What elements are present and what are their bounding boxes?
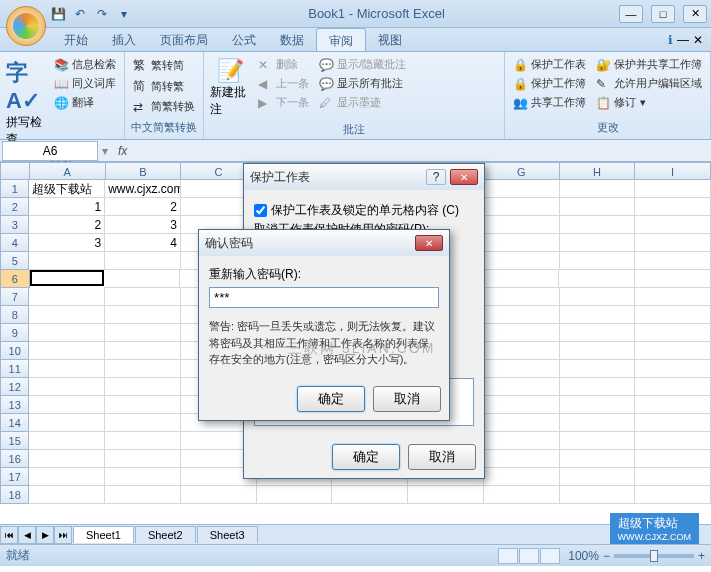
help-icon[interactable]: ℹ [668, 33, 673, 47]
row-header[interactable]: 11 [0, 360, 29, 378]
cell[interactable]: 2 [105, 198, 181, 216]
tab-home[interactable]: 开始 [52, 28, 100, 51]
protect-share-button[interactable]: 🔐保护并共享工作簿 [592, 56, 706, 73]
row-header[interactable]: 5 [0, 252, 29, 270]
cell[interactable] [29, 396, 105, 414]
cell[interactable] [29, 306, 105, 324]
cell[interactable] [105, 288, 181, 306]
cell[interactable]: 1 [29, 198, 105, 216]
ok-button[interactable]: 确定 [332, 444, 400, 470]
tab-insert[interactable]: 插入 [100, 28, 148, 51]
cell[interactable] [105, 378, 181, 396]
sheet-tab[interactable]: Sheet3 [197, 526, 258, 543]
save-icon[interactable]: 💾 [48, 4, 68, 24]
cell[interactable] [560, 306, 636, 324]
col-header[interactable]: H [560, 162, 636, 180]
undo-icon[interactable]: ↶ [70, 4, 90, 24]
row-header[interactable]: 2 [0, 198, 29, 216]
row-header[interactable]: 9 [0, 324, 29, 342]
cell[interactable] [484, 378, 560, 396]
row-header[interactable]: 18 [0, 486, 29, 504]
cell[interactable]: 3 [105, 216, 181, 234]
cell[interactable] [635, 360, 711, 378]
cell[interactable] [635, 270, 711, 288]
spellcheck-button[interactable]: 字A✓ 拼写检查 [4, 56, 48, 150]
zoom-slider[interactable] [614, 554, 694, 558]
sheet-tab[interactable]: Sheet1 [73, 526, 134, 543]
cell[interactable] [29, 342, 105, 360]
qat-dropdown-icon[interactable]: ▾ [114, 4, 134, 24]
fx-button[interactable]: fx [112, 142, 133, 160]
cell[interactable] [560, 288, 636, 306]
dialog-close-button[interactable]: ✕ [415, 235, 443, 251]
show-all-comments-button[interactable]: 💬显示所有批注 [315, 75, 410, 92]
cell[interactable] [181, 486, 257, 504]
cell[interactable] [484, 234, 560, 252]
name-box[interactable]: A6 [2, 141, 98, 161]
cell[interactable] [105, 396, 181, 414]
row-header[interactable]: 14 [0, 414, 29, 432]
cell[interactable] [560, 180, 636, 198]
cell[interactable] [635, 414, 711, 432]
cell[interactable] [484, 324, 560, 342]
cell[interactable] [104, 270, 180, 288]
view-break-button[interactable] [540, 548, 560, 564]
row-header[interactable]: 3 [0, 216, 29, 234]
row-header[interactable]: 10 [0, 342, 29, 360]
cell[interactable]: 2 [29, 216, 105, 234]
row-header[interactable]: 13 [0, 396, 29, 414]
cell[interactable] [484, 360, 560, 378]
cell[interactable] [484, 342, 560, 360]
cell[interactable] [105, 432, 181, 450]
sheet-nav-last[interactable]: ⏭ [54, 526, 72, 544]
cell[interactable] [29, 414, 105, 432]
cell[interactable] [484, 432, 560, 450]
cell[interactable] [29, 378, 105, 396]
cell[interactable] [560, 360, 636, 378]
sheet-nav-next[interactable]: ▶ [36, 526, 54, 544]
cell[interactable] [29, 486, 105, 504]
tab-formulas[interactable]: 公式 [220, 28, 268, 51]
row-header[interactable]: 12 [0, 378, 29, 396]
col-header[interactable]: I [635, 162, 711, 180]
cell[interactable] [560, 468, 636, 486]
prev-comment-button[interactable]: ◀上一条 [254, 75, 313, 92]
cell[interactable] [635, 288, 711, 306]
cell[interactable] [105, 324, 181, 342]
cell[interactable]: 超级下载站 [29, 180, 105, 198]
cell[interactable] [484, 414, 560, 432]
cell[interactable] [635, 198, 711, 216]
cell[interactable] [560, 198, 636, 216]
cell[interactable] [484, 288, 560, 306]
cell[interactable] [560, 252, 636, 270]
row-header[interactable]: 4 [0, 234, 29, 252]
translate-button[interactable]: 🌐翻译 [50, 94, 120, 111]
cell[interactable] [332, 486, 408, 504]
new-comment-button[interactable]: 📝 新建批注 [208, 56, 252, 120]
cell[interactable] [484, 486, 560, 504]
cancel-button[interactable]: 取消 [408, 444, 476, 470]
cell[interactable] [483, 270, 559, 288]
cell[interactable] [635, 324, 711, 342]
dialog-help-button[interactable]: ? [426, 169, 446, 185]
cell[interactable] [484, 216, 560, 234]
allow-edit-button[interactable]: ✎允许用户编辑区域 [592, 75, 706, 92]
cell[interactable] [105, 468, 181, 486]
zoom-out-button[interactable]: − [603, 549, 610, 563]
cell[interactable] [635, 306, 711, 324]
cell[interactable] [560, 396, 636, 414]
cell[interactable] [105, 486, 181, 504]
office-button[interactable] [6, 6, 46, 46]
cell[interactable] [29, 450, 105, 468]
cell[interactable] [560, 234, 636, 252]
research-button[interactable]: 📚信息检索 [50, 56, 120, 73]
protect-workbook-button[interactable]: 🔒保护工作簿 [509, 75, 590, 92]
cell[interactable] [635, 432, 711, 450]
protect-contents-checkbox[interactable]: 保护工作表及锁定的单元格内容 (C) [254, 200, 474, 221]
cell[interactable]: 4 [105, 234, 181, 252]
select-all-corner[interactable] [0, 162, 30, 180]
sheet-tab[interactable]: Sheet2 [135, 526, 196, 543]
cell[interactable] [560, 432, 636, 450]
show-ink-button[interactable]: 🖊显示墨迹 [315, 94, 410, 111]
row-header[interactable]: 1 [0, 180, 29, 198]
